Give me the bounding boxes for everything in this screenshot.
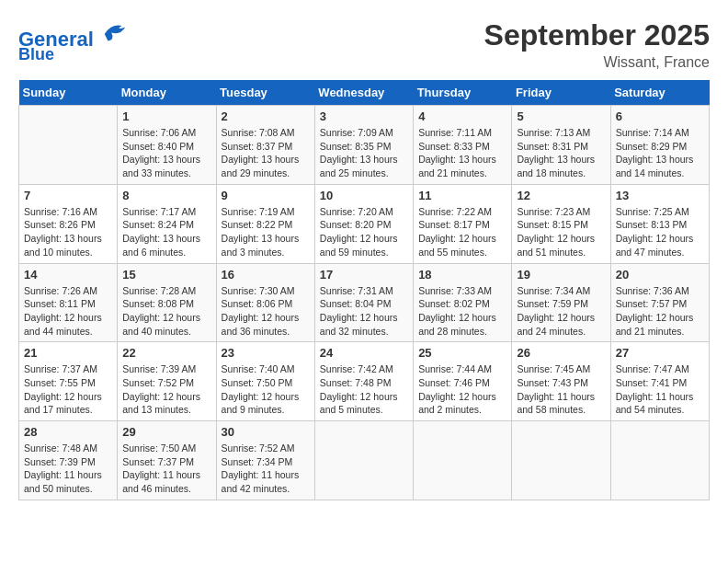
day-number: 2	[222, 109, 310, 123]
day-info: Sunrise: 7:48 AM Sunset: 7:39 PM Dayligh…	[24, 442, 112, 496]
day-number: 15	[122, 268, 210, 282]
month-title: September 2025	[484, 18, 710, 52]
day-number: 16	[222, 268, 310, 282]
day-number: 3	[320, 109, 408, 123]
calendar-cell: 15Sunrise: 7:28 AM Sunset: 8:08 PM Dayli…	[118, 263, 216, 342]
day-number: 27	[616, 346, 704, 360]
calendar-cell: 4Sunrise: 7:11 AM Sunset: 8:33 PM Daylig…	[414, 106, 512, 185]
calendar-cell	[512, 421, 610, 500]
day-info: Sunrise: 7:31 AM Sunset: 8:04 PM Dayligh…	[320, 284, 408, 339]
day-info: Sunrise: 7:22 AM Sunset: 8:17 PM Dayligh…	[418, 205, 506, 259]
logo-bird-icon	[101, 18, 129, 46]
day-info: Sunrise: 7:30 AM Sunset: 8:06 PM Dayligh…	[222, 284, 310, 339]
calendar-cell: 27Sunrise: 7:47 AM Sunset: 7:41 PM Dayli…	[610, 342, 709, 421]
calendar-cell: 14Sunrise: 7:26 AM Sunset: 8:11 PM Dayli…	[19, 263, 118, 342]
day-number: 22	[122, 346, 210, 360]
calendar-cell: 21Sunrise: 7:37 AM Sunset: 7:55 PM Dayli…	[19, 342, 118, 421]
calendar-cell: 30Sunrise: 7:52 AM Sunset: 7:34 PM Dayli…	[216, 421, 314, 500]
day-number: 29	[122, 425, 210, 439]
day-info: Sunrise: 7:08 AM Sunset: 8:37 PM Dayligh…	[222, 126, 310, 180]
day-info: Sunrise: 7:40 AM Sunset: 7:50 PM Dayligh…	[222, 362, 310, 417]
calendar-cell: 29Sunrise: 7:50 AM Sunset: 7:37 PM Dayli…	[118, 421, 216, 500]
calendar-cell: 11Sunrise: 7:22 AM Sunset: 8:17 PM Dayli…	[414, 184, 512, 263]
day-info: Sunrise: 7:36 AM Sunset: 7:57 PM Dayligh…	[616, 284, 704, 339]
week-row-2: 7Sunrise: 7:16 AM Sunset: 8:26 PM Daylig…	[19, 184, 710, 263]
calendar-cell	[414, 421, 512, 500]
day-number: 25	[418, 346, 506, 360]
day-number: 17	[320, 268, 408, 282]
calendar-cell: 26Sunrise: 7:45 AM Sunset: 7:43 PM Dayli…	[512, 342, 610, 421]
weekday-header-tuesday: Tuesday	[216, 80, 314, 106]
day-info: Sunrise: 7:14 AM Sunset: 8:29 PM Dayligh…	[616, 126, 704, 180]
day-info: Sunrise: 7:19 AM Sunset: 8:22 PM Dayligh…	[222, 205, 310, 259]
calendar-cell: 23Sunrise: 7:40 AM Sunset: 7:50 PM Dayli…	[216, 342, 314, 421]
page-header: General Blue September 2025 Wissant, Fra…	[18, 18, 710, 71]
day-number: 21	[24, 346, 112, 360]
day-number: 13	[616, 189, 704, 202]
day-info: Sunrise: 7:45 AM Sunset: 7:43 PM Dayligh…	[517, 362, 605, 417]
location: Wissant, France	[484, 54, 710, 71]
title-area: September 2025 Wissant, France	[484, 18, 710, 71]
calendar-cell: 13Sunrise: 7:25 AM Sunset: 8:13 PM Dayli…	[610, 184, 709, 263]
calendar-cell: 24Sunrise: 7:42 AM Sunset: 7:48 PM Dayli…	[314, 342, 413, 421]
day-info: Sunrise: 7:39 AM Sunset: 7:52 PM Dayligh…	[122, 362, 210, 417]
calendar-cell	[610, 421, 709, 500]
calendar-cell: 8Sunrise: 7:17 AM Sunset: 8:24 PM Daylig…	[118, 184, 216, 263]
day-info: Sunrise: 7:33 AM Sunset: 8:02 PM Dayligh…	[418, 284, 506, 339]
week-row-4: 21Sunrise: 7:37 AM Sunset: 7:55 PM Dayli…	[19, 342, 710, 421]
calendar-cell	[314, 421, 413, 500]
calendar-cell: 22Sunrise: 7:39 AM Sunset: 7:52 PM Dayli…	[118, 342, 216, 421]
day-number: 18	[418, 268, 506, 282]
day-info: Sunrise: 7:37 AM Sunset: 7:55 PM Dayligh…	[24, 362, 112, 417]
calendar-cell: 18Sunrise: 7:33 AM Sunset: 8:02 PM Dayli…	[414, 263, 512, 342]
day-number: 14	[24, 268, 112, 282]
logo: General Blue	[18, 18, 129, 64]
day-number: 1	[122, 109, 210, 123]
day-info: Sunrise: 7:06 AM Sunset: 8:40 PM Dayligh…	[122, 126, 210, 180]
day-number: 23	[222, 346, 310, 360]
calendar-cell: 5Sunrise: 7:13 AM Sunset: 8:31 PM Daylig…	[512, 106, 610, 185]
day-info: Sunrise: 7:23 AM Sunset: 8:15 PM Dayligh…	[517, 205, 605, 259]
calendar-cell: 2Sunrise: 7:08 AM Sunset: 8:37 PM Daylig…	[216, 106, 314, 185]
day-number: 10	[320, 189, 408, 202]
day-info: Sunrise: 7:11 AM Sunset: 8:33 PM Dayligh…	[418, 126, 506, 180]
calendar-cell: 1Sunrise: 7:06 AM Sunset: 8:40 PM Daylig…	[118, 106, 216, 185]
calendar-cell	[19, 106, 118, 185]
day-info: Sunrise: 7:25 AM Sunset: 8:13 PM Dayligh…	[616, 205, 704, 259]
day-number: 19	[517, 268, 605, 282]
calendar-cell: 10Sunrise: 7:20 AM Sunset: 8:20 PM Dayli…	[314, 184, 413, 263]
day-info: Sunrise: 7:50 AM Sunset: 7:37 PM Dayligh…	[122, 442, 210, 496]
calendar-cell: 7Sunrise: 7:16 AM Sunset: 8:26 PM Daylig…	[19, 184, 118, 263]
weekday-header-monday: Monday	[118, 80, 216, 106]
weekday-header-friday: Friday	[512, 80, 610, 106]
day-number: 5	[517, 109, 605, 123]
calendar-cell: 28Sunrise: 7:48 AM Sunset: 7:39 PM Dayli…	[19, 421, 118, 500]
day-info: Sunrise: 7:44 AM Sunset: 7:46 PM Dayligh…	[418, 362, 506, 417]
day-info: Sunrise: 7:42 AM Sunset: 7:48 PM Dayligh…	[320, 362, 408, 417]
day-number: 9	[222, 189, 310, 202]
calendar-body: 1Sunrise: 7:06 AM Sunset: 8:40 PM Daylig…	[19, 106, 710, 500]
day-number: 20	[616, 268, 704, 282]
calendar-cell: 12Sunrise: 7:23 AM Sunset: 8:15 PM Dayli…	[512, 184, 610, 263]
day-number: 30	[222, 425, 310, 439]
weekday-header-thursday: Thursday	[414, 80, 512, 106]
calendar-cell: 20Sunrise: 7:36 AM Sunset: 7:57 PM Dayli…	[610, 263, 709, 342]
weekday-header-row: SundayMondayTuesdayWednesdayThursdayFrid…	[19, 80, 710, 106]
day-number: 24	[320, 346, 408, 360]
day-number: 28	[24, 425, 112, 439]
day-info: Sunrise: 7:28 AM Sunset: 8:08 PM Dayligh…	[122, 284, 210, 339]
calendar-cell: 17Sunrise: 7:31 AM Sunset: 8:04 PM Dayli…	[314, 263, 413, 342]
week-row-5: 28Sunrise: 7:48 AM Sunset: 7:39 PM Dayli…	[19, 421, 710, 500]
day-number: 11	[418, 189, 506, 202]
week-row-3: 14Sunrise: 7:26 AM Sunset: 8:11 PM Dayli…	[19, 263, 710, 342]
day-info: Sunrise: 7:26 AM Sunset: 8:11 PM Dayligh…	[24, 284, 112, 339]
weekday-header-wednesday: Wednesday	[314, 80, 413, 106]
day-info: Sunrise: 7:16 AM Sunset: 8:26 PM Dayligh…	[24, 205, 112, 259]
day-number: 8	[122, 189, 210, 202]
calendar-cell: 25Sunrise: 7:44 AM Sunset: 7:46 PM Dayli…	[414, 342, 512, 421]
calendar-table: SundayMondayTuesdayWednesdayThursdayFrid…	[18, 80, 710, 500]
weekday-header-sunday: Sunday	[19, 80, 118, 106]
day-info: Sunrise: 7:52 AM Sunset: 7:34 PM Dayligh…	[222, 442, 310, 496]
day-number: 6	[616, 109, 704, 123]
day-number: 7	[24, 189, 112, 202]
